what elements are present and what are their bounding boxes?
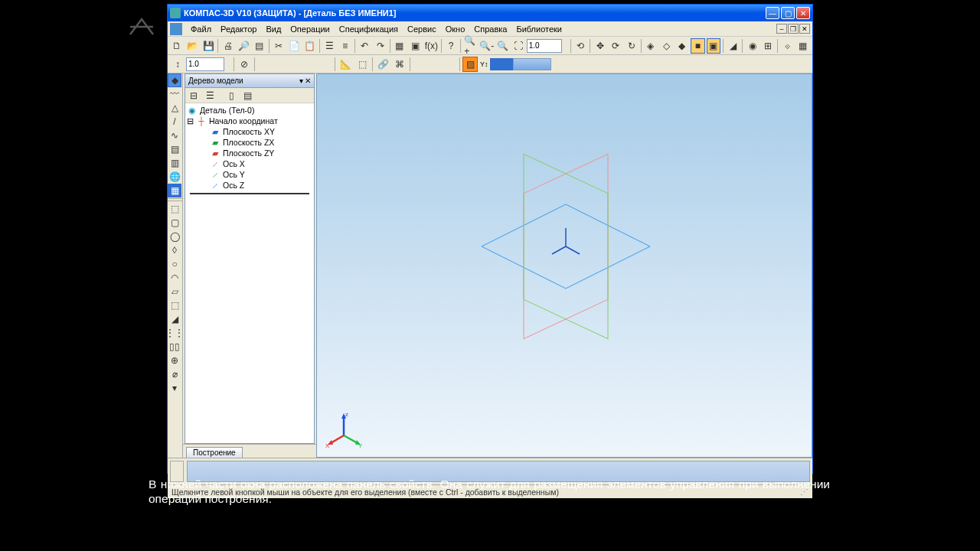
fit-icon[interactable]: ⛶: [511, 38, 525, 54]
close-button[interactable]: ✕: [796, 7, 810, 19]
tree-mode-icon[interactable]: ⊟: [188, 90, 200, 102]
link-icon[interactable]: 🔗: [375, 57, 390, 72]
op-revolve-icon[interactable]: ◯: [168, 230, 181, 243]
op-cut-icon[interactable]: ▢: [168, 216, 181, 230]
link2-icon[interactable]: ⌘: [392, 57, 407, 72]
orient-icon[interactable]: ⟲: [573, 38, 587, 54]
panel-filt-icon[interactable]: ▥: [168, 156, 181, 170]
new-icon[interactable]: 🗋: [170, 38, 184, 54]
panel-elem-icon[interactable]: ▦: [168, 184, 181, 197]
snap-icon[interactable]: ↕: [170, 57, 185, 72]
print-icon[interactable]: 🖨: [220, 38, 234, 54]
tree-body[interactable]: ◉ Деталь (Тел-0) ⊟ ┼ Начало координат ▰ …: [185, 103, 314, 443]
tab-build[interactable]: Построение: [186, 447, 243, 458]
maximize-button[interactable]: ▢: [781, 7, 795, 19]
op-thread-icon[interactable]: ⌀: [168, 367, 181, 381]
tree-layer-icon[interactable]: ▤: [241, 90, 253, 102]
scale-combo[interactable]: 1.0: [186, 57, 224, 71]
fx-icon[interactable]: f(x): [424, 38, 439, 54]
tree-axis-z[interactable]: ⟋ Ось Z: [187, 180, 312, 191]
op-more-icon[interactable]: ▾: [168, 381, 181, 395]
highlight-icon[interactable]: ▨: [462, 57, 478, 72]
tree-pin-icon[interactable]: ▾: [299, 77, 303, 85]
tree-root[interactable]: ◉ Деталь (Тел-0): [187, 105, 312, 116]
op-hole-icon[interactable]: ○: [168, 257, 181, 271]
tree-origin[interactable]: ⊟ ┼ Начало координат: [187, 116, 312, 126]
tool3-icon[interactable]: ▦: [796, 38, 810, 54]
stop-icon[interactable]: ⊘: [237, 57, 252, 72]
zoom-out-icon[interactable]: 🔍-: [479, 38, 495, 54]
viewport[interactable]: z Y X: [316, 73, 812, 458]
zoom-in-icon[interactable]: 🔍+: [463, 38, 477, 54]
doc-restore[interactable]: ❐: [788, 24, 799, 34]
props-icon[interactable]: ☰: [322, 38, 336, 54]
shaded-edge-icon[interactable]: ▣: [707, 38, 720, 54]
list-icon[interactable]: ≡: [338, 38, 351, 54]
tree-plane-zx[interactable]: ▰ Плоскость ZX: [187, 137, 312, 148]
tree-doc-icon[interactable]: ▯: [225, 90, 237, 102]
menu-view[interactable]: Вид: [261, 23, 286, 35]
help-icon[interactable]: ?: [444, 38, 458, 54]
op-array-icon[interactable]: ⋮⋮: [168, 326, 181, 340]
spec-icon[interactable]: ▤: [252, 38, 266, 54]
copy-icon[interactable]: 📄: [287, 38, 301, 54]
redo-icon[interactable]: ↷: [373, 38, 387, 54]
undo-icon[interactable]: ↶: [358, 38, 371, 54]
move-icon[interactable]: ✥: [593, 38, 606, 54]
op-shell-icon[interactable]: ⬚: [168, 298, 181, 312]
menu-app-icon[interactable]: [170, 23, 182, 35]
menu-service[interactable]: Сервис: [403, 23, 441, 35]
panel-a-icon[interactable]: △: [168, 101, 181, 115]
op-loft-icon[interactable]: ◊: [168, 243, 181, 257]
op-bool-icon[interactable]: ⊕: [168, 354, 181, 367]
panel-axis-icon[interactable]: /: [168, 115, 181, 129]
panel-surf-icon[interactable]: 〰: [168, 87, 181, 101]
rotate2-icon[interactable]: ↻: [624, 38, 638, 54]
panel-curve-icon[interactable]: ∿: [168, 129, 181, 142]
doc-minimize[interactable]: –: [776, 24, 787, 34]
tree-plane-xy[interactable]: ▰ Плоскость XY: [187, 126, 312, 137]
op-rib-icon[interactable]: ▱: [168, 285, 181, 298]
menu-window[interactable]: Окно: [441, 23, 470, 35]
tool2-icon[interactable]: ⊞: [761, 38, 775, 54]
panel-edit-icon[interactable]: ◆: [168, 73, 181, 87]
menu-help[interactable]: Справка: [469, 23, 511, 35]
open-icon[interactable]: 📂: [185, 38, 199, 54]
wire-icon[interactable]: ◈: [644, 38, 658, 54]
panel-dim-icon[interactable]: ▤: [168, 142, 181, 156]
menu-edit[interactable]: Редактор: [216, 23, 261, 35]
wire2-icon[interactable]: ◇: [659, 38, 673, 54]
tool1-icon[interactable]: ◉: [745, 38, 759, 54]
cut-icon[interactable]: ✂: [272, 38, 286, 54]
op-mirror-icon[interactable]: ▯▯: [168, 340, 181, 354]
sketch-icon[interactable]: 📐: [338, 57, 353, 72]
tree-plane-zy[interactable]: ▰ Плоскость ZY: [187, 148, 312, 158]
tree-list-icon[interactable]: ☰: [204, 90, 216, 102]
menu-libraries[interactable]: Библиотеки: [511, 23, 567, 35]
menu-operations[interactable]: Операции: [286, 23, 334, 35]
rebuild-icon[interactable]: ⟐: [780, 38, 794, 54]
panel-spec-icon[interactable]: 🌐: [168, 170, 181, 184]
tree-axis-x[interactable]: ⟋ Ось X: [187, 158, 312, 169]
save-icon[interactable]: 💾: [201, 38, 215, 54]
op-extrude-icon[interactable]: ⬚: [168, 202, 181, 216]
paste-icon[interactable]: 📋: [303, 38, 317, 54]
rotate-icon[interactable]: ⟳: [609, 38, 622, 54]
persp-icon[interactable]: ◢: [726, 38, 740, 54]
op-draft-icon[interactable]: ◢: [168, 312, 181, 326]
var-icon[interactable]: ▦: [393, 38, 407, 54]
shaded-icon[interactable]: ■: [691, 38, 704, 54]
tree-close-icon[interactable]: ✕: [305, 77, 311, 85]
sk2-icon[interactable]: ⬚: [354, 57, 370, 72]
doc-close[interactable]: ✕: [799, 24, 810, 34]
tree-axis-y[interactable]: ⟋ Ось Y: [187, 169, 312, 180]
hidden-icon[interactable]: ◆: [675, 38, 689, 54]
op-round-icon[interactable]: ◠: [168, 271, 181, 285]
preview-icon[interactable]: 🔎: [237, 38, 250, 54]
minimize-button[interactable]: —: [766, 7, 779, 19]
menu-specification[interactable]: Спецификация: [335, 23, 403, 35]
zoom-icon[interactable]: 🔍: [496, 38, 510, 54]
menu-file[interactable]: Файл: [186, 23, 216, 35]
zoom-combo[interactable]: 1.0: [527, 39, 562, 53]
calc-icon[interactable]: ▣: [408, 38, 422, 54]
